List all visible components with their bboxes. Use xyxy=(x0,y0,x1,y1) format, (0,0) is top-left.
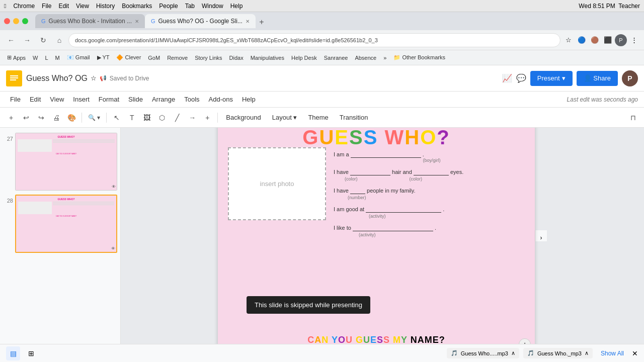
bookmark-clever[interactable]: 🔶 Clever xyxy=(113,53,144,62)
menu-insert[interactable]: Insert xyxy=(69,94,94,105)
analytics-icon[interactable]: 📈 xyxy=(502,73,512,83)
menu-file[interactable]: File xyxy=(6,94,25,105)
tab-2[interactable]: G Guess Who? OG - Google Sli... ✕ xyxy=(145,14,256,28)
form-blank-boy-girl[interactable] xyxy=(351,151,421,158)
menu-help[interactable]: Help xyxy=(238,94,260,105)
tab-close-2[interactable]: ✕ xyxy=(246,19,250,24)
arrow-tool[interactable]: → xyxy=(185,111,199,125)
photo-placeholder[interactable]: insert photo xyxy=(228,147,326,220)
bookmark-sanranee[interactable]: Sanranee xyxy=(321,54,351,62)
transition-button[interactable]: Transition xyxy=(335,111,373,125)
address-input[interactable]: docs.google.com/presentation/d/1IMWUaAwp… xyxy=(68,33,560,47)
paintformat-button[interactable]: 🎨 xyxy=(64,111,78,125)
star-icon[interactable]: ☆ xyxy=(91,74,97,82)
bookmark-apps[interactable]: ⊞Apps xyxy=(4,53,29,62)
extension-icon-2[interactable]: 🟤 xyxy=(589,34,601,46)
help-menu[interactable]: Help xyxy=(230,3,243,10)
profile-icon[interactable]: P xyxy=(615,34,627,46)
download-item-2[interactable]: 🎵 Guess Who._mp3 ∧ xyxy=(523,348,593,358)
redo-button[interactable]: ↪ xyxy=(34,111,48,125)
menu-slide[interactable]: Slide xyxy=(124,94,147,105)
close-button[interactable] xyxy=(4,18,10,24)
file-menu[interactable]: File xyxy=(42,3,51,10)
tab-close-1[interactable]: ✕ xyxy=(135,19,139,24)
bookmark-w[interactable]: W xyxy=(30,54,41,62)
slide-thumb-28[interactable]: Skipped when presenting GUESS WHO? xyxy=(15,195,117,253)
share-button[interactable]: 👤 Share xyxy=(577,71,618,86)
bookmark-other[interactable]: 📁 Other Bookmarks xyxy=(390,53,448,62)
edit-menu[interactable]: Edit xyxy=(58,3,69,10)
bookmark-absence[interactable]: Absence xyxy=(352,54,379,62)
bookmark-m[interactable]: M xyxy=(52,54,63,62)
slide-thumb-27[interactable]: GUESS WHO? CAN YOU GUESS MY N xyxy=(15,133,117,191)
bookmark-l[interactable]: L xyxy=(42,54,51,62)
comments-icon[interactable]: 💬 xyxy=(516,73,526,83)
history-menu[interactable]: History xyxy=(96,3,115,10)
slide-item-27[interactable]: 27 GUESS WHO? xyxy=(2,132,118,192)
present-button[interactable]: Present ▾ xyxy=(530,71,573,86)
form-blank-eye-color[interactable] xyxy=(414,169,449,175)
form-blank-family[interactable] xyxy=(350,188,365,194)
window-menu[interactable]: Window xyxy=(202,3,223,10)
bookmark-star-icon[interactable]: ☆ xyxy=(562,34,575,46)
zoom-button[interactable]: 🔍 ▾ xyxy=(85,111,103,125)
sidebar-toggle[interactable]: › xyxy=(535,230,547,241)
image-tool[interactable]: 🖼 xyxy=(140,111,154,125)
bookmarks-menu[interactable]: Bookmarks xyxy=(122,3,152,10)
more-icon[interactable]: ⋮ xyxy=(628,34,640,46)
theme-button[interactable]: Theme xyxy=(303,111,333,125)
tab-1[interactable]: G Guess Who Book - Invitation ... ✕ xyxy=(35,14,145,28)
menu-addons[interactable]: Add-ons xyxy=(205,94,237,105)
bookmark-manipulatives[interactable]: Manipulatives xyxy=(248,54,287,62)
grid-view-button[interactable]: ⊞ xyxy=(24,346,38,360)
user-avatar[interactable]: P xyxy=(622,70,638,86)
forward-button[interactable]: → xyxy=(20,33,34,47)
menu-tools[interactable]: Tools xyxy=(180,94,203,105)
bookmark-helpdesk[interactable]: Help Desk xyxy=(288,54,320,62)
new-tab-button[interactable]: + xyxy=(256,16,268,28)
form-blank-activity2[interactable] xyxy=(353,225,433,231)
shapes-tool[interactable]: ⬡ xyxy=(155,111,169,125)
comment-button[interactable]: + xyxy=(200,111,214,125)
menu-format[interactable]: Format xyxy=(95,94,123,105)
menu-edit[interactable]: Edit xyxy=(26,94,45,105)
bookmark-gom[interactable]: GoM xyxy=(145,54,163,62)
slide-title[interactable]: GUESS WHO? xyxy=(218,128,535,149)
view-menu[interactable]: View xyxy=(76,3,89,10)
bookmark-didax[interactable]: Didax xyxy=(226,54,247,62)
home-button[interactable]: ⌂ xyxy=(52,33,66,47)
form-blank-hair-color[interactable] xyxy=(350,169,390,175)
menu-arrange[interactable]: Arrange xyxy=(148,94,179,105)
download-expand-1[interactable]: ∧ xyxy=(511,350,515,356)
form-blank-activity1[interactable] xyxy=(366,206,441,213)
extension-icon-3[interactable]: ⬛ xyxy=(602,34,614,46)
add-slide-button[interactable]: + xyxy=(4,111,18,125)
cursor-tool[interactable]: ↖ xyxy=(110,111,124,125)
collapse-panel-button[interactable]: ⊓ xyxy=(626,111,640,125)
bookmark-more[interactable]: » xyxy=(380,54,389,62)
bookmark-youtube[interactable]: ▶ YT xyxy=(94,53,113,62)
print-button[interactable]: 🖨 xyxy=(49,111,63,125)
present-dropdown-icon[interactable]: ▾ xyxy=(562,74,566,82)
text-box-tool[interactable]: T xyxy=(125,111,139,125)
chrome-menu[interactable]: Chrome xyxy=(13,3,35,10)
refresh-button[interactable]: ↻ xyxy=(36,33,50,47)
slide-item-28[interactable]: 28 Skipped when presenting GUESS WHO? xyxy=(2,194,118,254)
back-button[interactable]: ← xyxy=(4,33,18,47)
tab-menu[interactable]: Tab xyxy=(185,3,195,10)
download-item-1[interactable]: 🎵 Guess Who.....mp3 ∧ xyxy=(447,348,519,358)
bookmark-gmail[interactable]: 📧 Gmail xyxy=(64,53,93,62)
apple-menu[interactable]:  xyxy=(4,3,6,10)
layout-button[interactable]: Layout ▾ xyxy=(267,111,302,125)
maximize-button[interactable] xyxy=(22,18,28,24)
line-tool[interactable]: ╱ xyxy=(170,111,184,125)
undo-button[interactable]: ↩ xyxy=(19,111,33,125)
bookmark-remove[interactable]: Remove xyxy=(164,54,191,62)
bookmark-story[interactable]: Story Links xyxy=(192,54,225,62)
show-all-button[interactable]: Show All xyxy=(597,350,628,357)
filmstrip-view-button[interactable]: ▤ xyxy=(6,346,20,360)
background-button[interactable]: Background xyxy=(221,111,266,125)
extension-icon-1[interactable]: 🔵 xyxy=(576,34,588,46)
minimize-button[interactable] xyxy=(13,18,19,24)
download-expand-2[interactable]: ∧ xyxy=(585,350,589,356)
